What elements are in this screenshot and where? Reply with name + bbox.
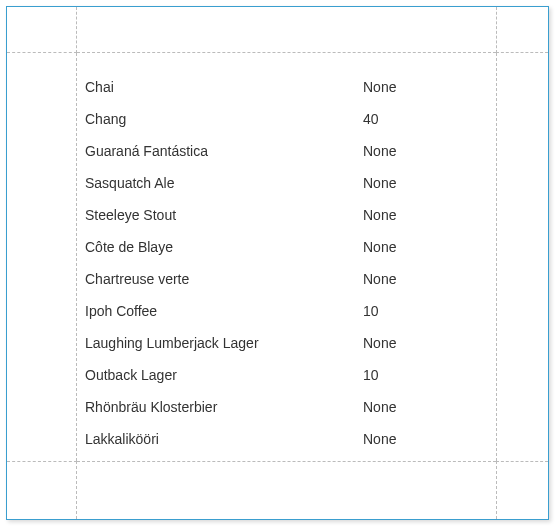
product-name: Chai <box>85 79 363 95</box>
product-value: None <box>363 143 496 159</box>
product-name: Steeleye Stout <box>85 207 363 223</box>
list-item: Guaraná FantásticaNone <box>85 135 496 167</box>
product-value: None <box>363 431 496 447</box>
footer-right-cell <box>496 461 548 519</box>
product-name: Sasquatch Ale <box>85 175 363 191</box>
list-item: Rhönbräu KlosterbierNone <box>85 391 496 423</box>
header-right-cell <box>496 7 548 53</box>
list-item: Ipoh Coffee10 <box>85 295 496 327</box>
product-name: Guaraná Fantástica <box>85 143 363 159</box>
product-value: 10 <box>363 367 496 383</box>
body-left-cell <box>7 53 77 461</box>
list-item: ChaiNone <box>85 71 496 103</box>
list-item: Chartreuse verteNone <box>85 263 496 295</box>
footer-left-cell <box>7 461 77 519</box>
product-name: Laughing Lumberjack Lager <box>85 335 363 351</box>
product-name: Côte de Blaye <box>85 239 363 255</box>
product-name: Outback Lager <box>85 367 363 383</box>
product-name: Chang <box>85 111 363 127</box>
list-item: Sasquatch AleNone <box>85 167 496 199</box>
body-band: ChaiNoneChang40Guaraná FantásticaNoneSas… <box>7 53 548 461</box>
product-name: Chartreuse verte <box>85 271 363 287</box>
header-left-cell <box>7 7 77 53</box>
product-name: Lakkalikööri <box>85 431 363 447</box>
product-value: None <box>363 335 496 351</box>
body-right-cell <box>496 53 548 461</box>
product-value: None <box>363 399 496 415</box>
footer-band <box>7 461 548 519</box>
list-item: Laughing Lumberjack LagerNone <box>85 327 496 359</box>
header-band <box>7 7 548 53</box>
product-value: None <box>363 207 496 223</box>
list-item: Steeleye StoutNone <box>85 199 496 231</box>
data-list: ChaiNoneChang40Guaraná FantásticaNoneSas… <box>77 53 496 461</box>
list-item: Outback Lager10 <box>85 359 496 391</box>
header-mid-cell <box>77 7 496 53</box>
product-value: None <box>363 271 496 287</box>
report-page: ChaiNoneChang40Guaraná FantásticaNoneSas… <box>6 6 549 520</box>
list-item: LakkalikööriNone <box>85 423 496 455</box>
footer-mid-cell <box>77 461 496 519</box>
layout-grid: ChaiNoneChang40Guaraná FantásticaNoneSas… <box>7 7 548 519</box>
product-value: None <box>363 175 496 191</box>
product-value: 40 <box>363 111 496 127</box>
product-name: Rhönbräu Klosterbier <box>85 399 363 415</box>
product-value: None <box>363 239 496 255</box>
product-value: None <box>363 79 496 95</box>
list-item: Chang40 <box>85 103 496 135</box>
product-value: 10 <box>363 303 496 319</box>
list-item: Côte de BlayeNone <box>85 231 496 263</box>
product-name: Ipoh Coffee <box>85 303 363 319</box>
